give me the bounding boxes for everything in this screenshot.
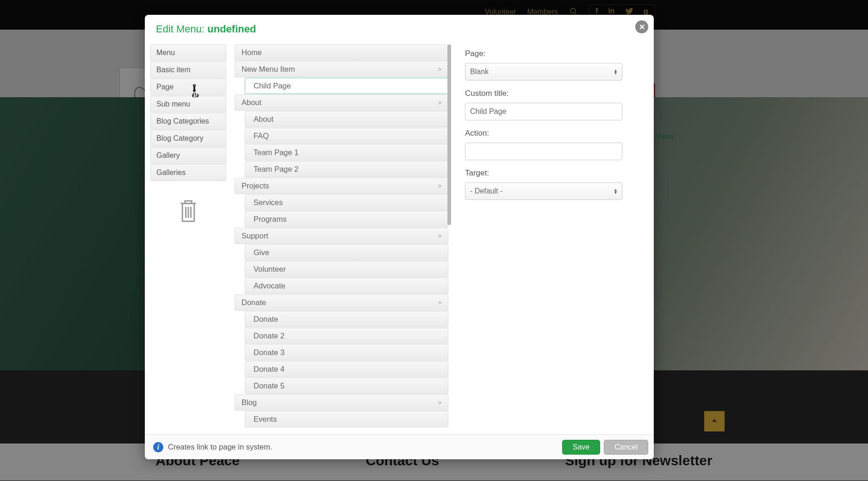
sub-item-faq[interactable]: FAQ [245, 128, 448, 144]
save-button[interactable]: Save [562, 440, 600, 455]
menu-item-blog[interactable]: Blog> [235, 394, 448, 411]
modal-title-prefix: Edit Menu: [156, 23, 207, 35]
menu-item-home[interactable]: Home [235, 44, 448, 61]
sub-item-donate-2[interactable]: Donate 2 [245, 328, 448, 344]
tree-item-label: Projects [242, 181, 269, 190]
chevron-right-icon: > [438, 232, 441, 239]
sub-item-donate-4[interactable]: Donate 4 [245, 361, 448, 377]
tree-item-label: Team Page 2 [254, 165, 298, 174]
tree-item-label: Programs [254, 215, 287, 224]
tool-galleries[interactable]: Galleries [150, 164, 226, 181]
tree-item-label: Volunteer [254, 265, 286, 274]
tree-item-label: FAQ [254, 131, 269, 140]
tree-item-label: Donate 2 [254, 331, 285, 340]
chevron-updown-icon: ▲▼ [614, 69, 617, 75]
tree-item-label: Services [254, 198, 283, 207]
tool-blog-category[interactable]: Blog Category [150, 130, 226, 147]
edit-menu-modal: Edit Menu: undefined ✕ MenuBasic itemPag… [145, 15, 654, 459]
tree-item-label: Blog [242, 398, 257, 407]
tree-item-label: Child Page [254, 81, 291, 90]
chevron-right-icon: > [438, 99, 441, 106]
tree-item-label: Donate [254, 315, 278, 324]
chevron-right-icon: > [438, 399, 441, 406]
chevron-right-icon: > [438, 182, 441, 189]
item-properties-panel: Page: Blank ▲▼ Custom title: Action: Tar… [451, 44, 650, 434]
sub-item-about[interactable]: About [245, 111, 448, 127]
target-label: Target: [465, 169, 641, 178]
tree-scrollbar-thumb[interactable] [447, 44, 451, 225]
chevron-right-icon: > [438, 66, 441, 73]
menu-item-donate[interactable]: Donate> [235, 294, 448, 311]
close-icon: ✕ [639, 23, 645, 31]
trash-dropzone[interactable] [150, 193, 226, 230]
tool-basic-item[interactable]: Basic item [150, 62, 226, 78]
menu-item-about[interactable]: About> [235, 94, 448, 111]
sub-item-volunteer[interactable]: Volunteer [245, 261, 448, 277]
tool-page[interactable]: Page [150, 79, 226, 95]
action-label: Action: [465, 129, 641, 138]
trash-icon [178, 198, 198, 224]
modal-header: Edit Menu: undefined ✕ [145, 15, 654, 41]
custom-title-input[interactable] [465, 103, 622, 120]
cancel-button[interactable]: Cancel [604, 440, 648, 455]
modal-footer: i Creates link to page in system. Save C… [145, 434, 654, 459]
sub-item-child-page[interactable]: Child Page [245, 78, 448, 94]
footer-hint: Creates link to page in system. [168, 443, 558, 451]
custom-title-label: Custom title: [465, 89, 641, 98]
tree-item-label: Donate [242, 298, 266, 307]
sub-item-events[interactable]: Events [245, 411, 448, 427]
menu-item-support[interactable]: Support> [235, 228, 448, 244]
tool-palette: MenuBasic itemPageSub menuBlog Categorie… [149, 44, 228, 434]
target-select-value: - Default - [470, 187, 502, 195]
tree-item-label: Support [242, 231, 268, 240]
info-icon: i [153, 442, 163, 452]
tree-item-label: Home [242, 48, 262, 57]
sub-item-programs[interactable]: Programs [245, 211, 448, 227]
menu-tree: HomeNew Menu Item>Child PageAbout>AboutF… [235, 44, 451, 434]
chevron-updown-icon: ▲▼ [614, 188, 617, 194]
target-select[interactable]: - Default - ▲▼ [465, 182, 622, 200]
page-label: Page: [465, 49, 641, 58]
sub-item-team-page-2[interactable]: Team Page 2 [245, 161, 448, 177]
menu-item-new-menu-item[interactable]: New Menu Item> [235, 61, 448, 77]
tree-item-label: Donate 3 [254, 348, 285, 357]
tree-item-label: Team Page 1 [254, 148, 298, 157]
tool-menu[interactable]: Menu [150, 44, 226, 61]
sub-item-services[interactable]: Services [245, 194, 448, 211]
tree-item-label: Donate 5 [254, 381, 285, 390]
page-select-value: Blank [470, 68, 489, 76]
sub-item-advocate[interactable]: Advocate [245, 278, 448, 294]
modal-body: MenuBasic itemPageSub menuBlog Categorie… [145, 41, 654, 434]
tree-item-label: Events [254, 415, 277, 424]
tree-item-label: About [242, 98, 261, 107]
tree-item-label: Donate 4 [254, 365, 285, 374]
tool-gallery[interactable]: Gallery [150, 147, 226, 164]
sub-item-team-page-1[interactable]: Team Page 1 [245, 144, 448, 161]
sub-item-donate-3[interactable]: Donate 3 [245, 344, 448, 361]
action-input[interactable] [465, 143, 622, 160]
tool-sub-menu[interactable]: Sub menu [150, 96, 226, 112]
modal-title-name: undefined [207, 23, 256, 35]
page-select[interactable]: Blank ▲▼ [465, 63, 622, 81]
tool-blog-categories[interactable]: Blog Categories [150, 113, 226, 130]
tree-item-label: Give [254, 248, 269, 257]
chevron-right-icon: > [438, 299, 441, 306]
tree-item-label: Advocate [254, 281, 285, 290]
menu-item-projects[interactable]: Projects> [235, 178, 448, 194]
close-button[interactable]: ✕ [635, 20, 648, 33]
tree-scrollbar[interactable] [447, 44, 451, 434]
sub-item-donate[interactable]: Donate [245, 311, 448, 327]
tree-item-label: About [254, 115, 273, 124]
tree-item-label: New Menu Item [242, 65, 295, 74]
sub-item-donate-5[interactable]: Donate 5 [245, 378, 448, 394]
sub-item-give[interactable]: Give [245, 244, 448, 261]
